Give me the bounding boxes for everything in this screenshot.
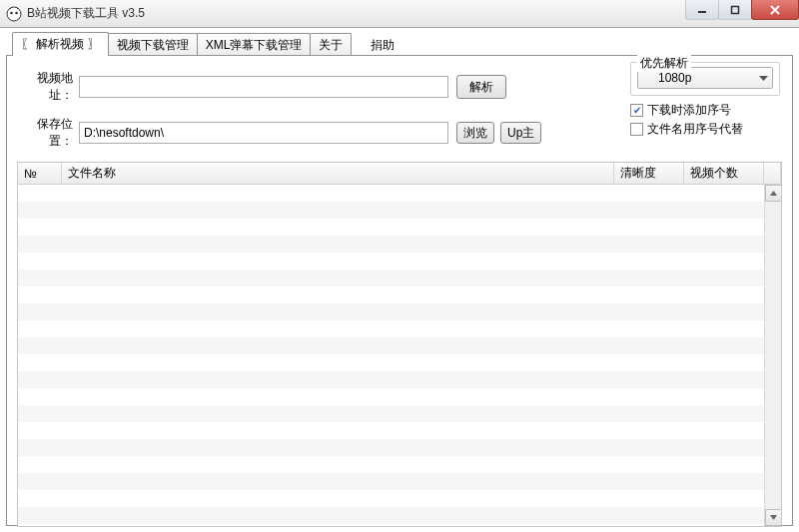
table-row	[18, 422, 781, 439]
tab-donate[interactable]: 捐助	[363, 34, 402, 56]
app-icon	[6, 6, 22, 22]
table-row	[18, 473, 781, 490]
client-area: 〖 解析视频 〗 视频下载管理 XML弹幕下载管理 关于 捐助 优先解析 108…	[0, 28, 799, 532]
table-row	[18, 320, 781, 337]
priority-selected-value: 1080p	[658, 71, 691, 85]
checkbox-filename-sequence[interactable]	[630, 123, 643, 136]
maximize-button[interactable]	[718, 0, 752, 20]
label-video-url: 视频地址：	[17, 70, 79, 104]
table-row	[18, 202, 781, 219]
table-row	[18, 388, 781, 405]
col-filename[interactable]: 文件名称	[62, 163, 614, 184]
input-video-url[interactable]	[79, 76, 448, 98]
option-add-sequence-label: 下载时添加序号	[647, 102, 731, 119]
parse-button[interactable]: 解析	[456, 75, 506, 99]
col-number[interactable]: №	[18, 163, 62, 184]
svg-rect-4	[732, 6, 739, 13]
table-row	[18, 405, 781, 422]
priority-fieldset: 优先解析 1080p	[630, 62, 780, 96]
results-grid: № 文件名称 清晰度 视频个数	[17, 162, 782, 527]
tab-parse-video[interactable]: 〖 解析视频 〗	[12, 32, 109, 56]
svg-point-0	[7, 7, 21, 21]
table-row	[18, 269, 781, 286]
tab-panel-parse: 优先解析 1080p 下载时添加序号 文件名用序号代替 视频地址：	[6, 55, 793, 526]
minimize-button[interactable]	[685, 0, 719, 20]
table-row	[18, 236, 781, 253]
table-row	[18, 253, 781, 269]
tab-xml-danmu-manager[interactable]: XML弹幕下载管理	[197, 33, 312, 56]
option-filename-sequence[interactable]: 文件名用序号代替	[630, 121, 780, 138]
close-button[interactable]	[751, 0, 799, 20]
tab-download-manager[interactable]: 视频下载管理	[108, 33, 198, 56]
tabstrip: 〖 解析视频 〗 视频下载管理 XML弹幕下载管理 关于 捐助	[6, 33, 793, 55]
scroll-down-button[interactable]	[765, 509, 782, 526]
input-save-path[interactable]	[79, 122, 448, 144]
scroll-up-button[interactable]	[765, 185, 782, 202]
checkbox-add-sequence[interactable]	[630, 104, 643, 117]
uploader-button[interactable]: Up主	[500, 122, 541, 144]
grid-header: № 文件名称 清晰度 视频个数	[18, 163, 781, 185]
table-row	[18, 456, 781, 473]
svg-point-1	[10, 11, 13, 14]
table-row	[18, 185, 781, 202]
col-quality[interactable]: 清晰度	[614, 163, 684, 184]
svg-point-2	[15, 11, 18, 14]
window-controls	[686, 0, 799, 20]
table-row	[18, 303, 781, 320]
table-row	[18, 490, 781, 507]
table-row	[18, 354, 781, 371]
priority-legend: 优先解析	[637, 55, 691, 72]
table-row	[18, 337, 781, 354]
vertical-scrollbar[interactable]	[764, 185, 781, 526]
chevron-down-icon	[759, 71, 768, 85]
col-video-count[interactable]: 视频个数	[684, 163, 764, 184]
grid-body	[18, 185, 781, 526]
option-add-sequence[interactable]: 下载时添加序号	[630, 102, 780, 119]
option-filename-sequence-label: 文件名用序号代替	[647, 121, 743, 138]
browse-button[interactable]: 浏览	[456, 122, 494, 144]
titlebar: B站视频下载工具 v3.5	[0, 0, 799, 28]
window-title: B站视频下载工具 v3.5	[27, 5, 145, 22]
table-row	[18, 371, 781, 388]
col-scroll-spacer	[764, 163, 781, 184]
table-row	[18, 219, 781, 236]
label-save-path: 保存位置：	[17, 116, 79, 150]
right-options: 优先解析 1080p 下载时添加序号 文件名用序号代替	[630, 62, 780, 138]
table-row	[18, 286, 781, 303]
tab-about[interactable]: 关于	[310, 33, 352, 56]
table-row	[18, 507, 781, 524]
table-row	[18, 439, 781, 456]
